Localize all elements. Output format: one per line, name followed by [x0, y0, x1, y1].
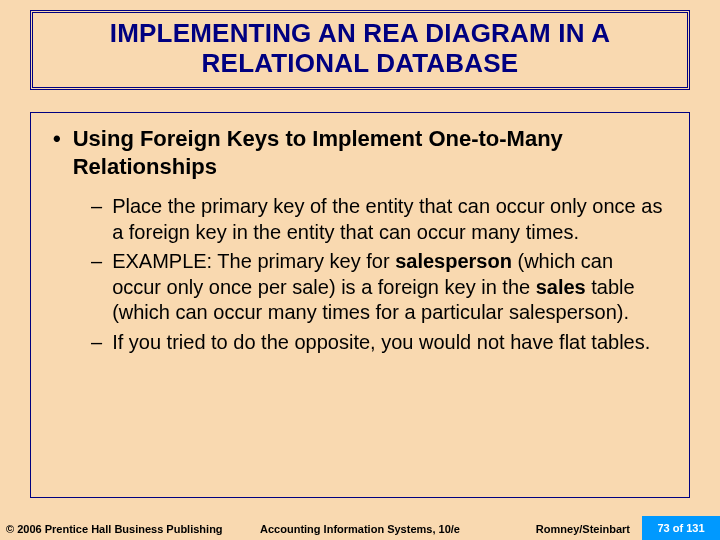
dash-icon: – — [91, 194, 102, 220]
sub-bullet-2-text: EXAMPLE: The primary key for salesperson… — [112, 249, 667, 326]
footer-page-number: 73 of 131 — [642, 516, 720, 540]
title-line-1: IMPLEMENTING AN REA DIAGRAM IN A — [110, 18, 610, 48]
sub-bullet-1-text: Place the primary key of the entity that… — [112, 194, 667, 245]
footer: © 2006 Prentice Hall Business Publishing… — [0, 517, 720, 535]
main-bullet: • Using Foreign Keys to Implement One-to… — [53, 125, 667, 180]
dash-icon: – — [91, 249, 102, 275]
sub-bullet-list: – Place the primary key of the entity th… — [53, 194, 667, 356]
sub2-part-a: EXAMPLE: The primary key for — [112, 250, 395, 272]
sub2-bold-salesperson: salesperson — [395, 250, 512, 272]
title-box: IMPLEMENTING AN REA DIAGRAM IN A RELATIO… — [30, 10, 690, 90]
sub-bullet-1: – Place the primary key of the entity th… — [91, 194, 667, 245]
main-bullet-text: Using Foreign Keys to Implement One-to-M… — [73, 125, 667, 180]
content-box: • Using Foreign Keys to Implement One-to… — [30, 112, 690, 498]
bullet-dot-icon: • — [53, 125, 61, 153]
sub-bullet-2: – EXAMPLE: The primary key for salespers… — [91, 249, 667, 326]
footer-authors: Romney/Steinbart — [536, 523, 630, 535]
sub2-bold-sales: sales — [536, 276, 586, 298]
dash-icon: – — [91, 330, 102, 356]
sub-bullet-3-text: If you tried to do the opposite, you wou… — [112, 330, 650, 356]
slide: IMPLEMENTING AN REA DIAGRAM IN A RELATIO… — [0, 0, 720, 540]
sub-bullet-3: – If you tried to do the opposite, you w… — [91, 330, 667, 356]
title-line-2: RELATIONAL DATABASE — [202, 48, 519, 78]
slide-title: IMPLEMENTING AN REA DIAGRAM IN A RELATIO… — [43, 19, 677, 79]
